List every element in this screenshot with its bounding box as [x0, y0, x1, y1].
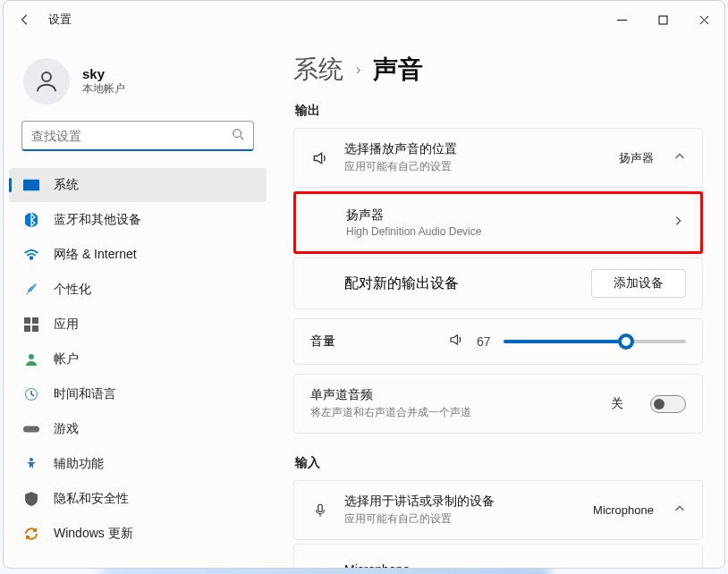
volume-slider[interactable]: [504, 340, 686, 343]
sidebar-item-bluetooth[interactable]: 蓝牙和其他设备: [9, 203, 267, 237]
output-speaker-title: 扬声器: [346, 207, 657, 224]
main-content: 系统 › 声音 输出 选择播放声音的位置 应用可能有自己的设置 扬声器: [272, 38, 724, 568]
search-field[interactable]: [22, 129, 223, 143]
speaker-icon: [310, 149, 330, 167]
microphone-icon: [310, 502, 330, 519]
minimize-button[interactable]: [601, 5, 642, 34]
output-where-row[interactable]: 选择播放声音的位置 应用可能有自己的设置 扬声器: [294, 129, 702, 187]
mono-state-label: 关: [611, 396, 623, 412]
sidebar-item-label: 蓝牙和其他设备: [54, 212, 141, 228]
svg-point-2: [233, 129, 241, 137]
time-icon: [23, 386, 39, 402]
input-where-title: 选择用于讲话或录制的设备: [344, 494, 579, 510]
svg-rect-9: [32, 325, 38, 332]
output-where-value: 扬声器: [619, 150, 654, 166]
section-output-header: 输出: [295, 103, 701, 119]
add-device-button[interactable]: 添加设备: [591, 269, 686, 298]
accessibility-icon: [23, 456, 39, 472]
output-where-title: 选择播放声音的位置: [344, 141, 605, 157]
output-speaker-row[interactable]: 扬声器 High Definition Audio Device: [296, 194, 700, 251]
maximize-button[interactable]: [642, 5, 683, 34]
section-input-header: 输入: [295, 455, 701, 471]
svg-point-1: [42, 72, 51, 81]
search-icon: [223, 128, 253, 144]
mono-title: 单声道音频: [310, 387, 597, 403]
update-icon: [23, 526, 39, 542]
sidebar-item-label: 网络 & Internet: [54, 247, 137, 263]
sidebar-item-label: 个性化: [54, 282, 91, 298]
sidebar-item-label: 时间和语言: [54, 386, 116, 402]
output-pair-row: 配对新的输出设备 添加设备: [294, 258, 702, 308]
chevron-up-icon: [673, 150, 686, 166]
svg-rect-0: [659, 16, 667, 24]
profile-block[interactable]: sky 本地帐户: [4, 49, 272, 121]
input-mic-title: Microphone: [344, 562, 659, 568]
username: sky: [82, 66, 125, 81]
sidebar-item-game[interactable]: 游戏: [9, 412, 267, 446]
svg-rect-3: [23, 180, 39, 191]
output-speaker-subtitle: High Definition Audio Device: [346, 225, 657, 238]
avatar: [23, 58, 70, 105]
volume-label: 音量: [310, 333, 436, 350]
window-title: 设置: [48, 12, 72, 28]
svg-point-14: [30, 458, 33, 461]
svg-rect-6: [24, 317, 30, 324]
sidebar-item-label: Windows 更新: [54, 526, 133, 542]
account-icon: [23, 351, 39, 367]
input-where-subtitle: 应用可能有自己的设置: [344, 511, 579, 527]
sidebar-item-wifi[interactable]: 网络 & Internet: [9, 238, 267, 272]
svg-point-10: [29, 354, 34, 359]
sidebar-item-time[interactable]: 时间和语言: [9, 377, 267, 411]
chevron-right-icon: ›: [356, 62, 360, 78]
bluetooth-icon: [23, 212, 39, 228]
breadcrumb-current: 声音: [373, 53, 423, 87]
sidebar-item-label: 辅助功能: [54, 456, 104, 472]
output-where-subtitle: 应用可能有自己的设置: [344, 159, 605, 174]
sidebar: sky 本地帐户 系统蓝牙和其他设备网络 & Internet个性化应用帐户时间…: [4, 38, 272, 568]
privacy-icon: [23, 491, 39, 507]
nav-list: 系统蓝牙和其他设备网络 & Internet个性化应用帐户时间和语言游戏辅助功能…: [4, 167, 272, 568]
svg-rect-8: [24, 325, 30, 332]
sidebar-item-brush[interactable]: 个性化: [9, 273, 267, 307]
wifi-icon: [23, 247, 39, 263]
input-where-row[interactable]: 选择用于讲话或录制的设备 应用可能有自己的设置 Microphone: [294, 481, 702, 539]
volume-icon[interactable]: [448, 332, 464, 351]
mono-row: 单声道音频 将左声道和右声道合并成一个声道 关: [294, 375, 702, 433]
breadcrumb-parent[interactable]: 系统: [293, 53, 343, 87]
sidebar-item-label: 系统: [54, 177, 79, 193]
apps-icon: [23, 317, 39, 333]
account-type: 本地帐户: [82, 81, 125, 97]
input-mic-row[interactable]: Microphone High Definition Audio Device: [294, 544, 702, 568]
search-input[interactable]: [21, 121, 254, 151]
game-icon: [23, 421, 39, 437]
chevron-right-icon: [672, 215, 684, 231]
system-icon: [23, 177, 39, 193]
close-button[interactable]: [683, 5, 724, 34]
titlebar: 设置: [4, 1, 724, 38]
sidebar-item-label: 应用: [54, 317, 79, 333]
svg-rect-7: [32, 317, 38, 324]
sidebar-item-label: 帐户: [54, 351, 79, 367]
mono-toggle[interactable]: [650, 395, 686, 413]
volume-value: 67: [477, 334, 491, 349]
brush-icon: [23, 282, 39, 298]
sidebar-item-apps[interactable]: 应用: [9, 308, 267, 342]
svg-rect-15: [318, 504, 323, 511]
svg-rect-13: [23, 426, 39, 432]
sidebar-item-accessibility[interactable]: 辅助功能: [9, 447, 267, 481]
volume-row: 音量 67: [294, 319, 702, 364]
mono-subtitle: 将左声道和右声道合并成一个声道: [310, 405, 597, 420]
sidebar-item-label: 隐私和安全性: [54, 491, 129, 507]
sidebar-item-system[interactable]: 系统: [9, 168, 267, 202]
back-icon[interactable]: [18, 13, 32, 27]
sidebar-item-privacy[interactable]: 隐私和安全性: [9, 482, 267, 516]
sidebar-item-label: 游戏: [54, 421, 79, 437]
output-pair-title: 配对新的输出设备: [344, 274, 591, 293]
svg-point-5: [30, 257, 33, 259]
chevron-up-icon: [673, 502, 686, 519]
input-where-value: Microphone: [593, 503, 654, 517]
sidebar-item-account[interactable]: 帐户: [9, 342, 267, 376]
sidebar-item-update[interactable]: Windows 更新: [9, 517, 267, 551]
breadcrumb: 系统 › 声音: [293, 53, 703, 87]
